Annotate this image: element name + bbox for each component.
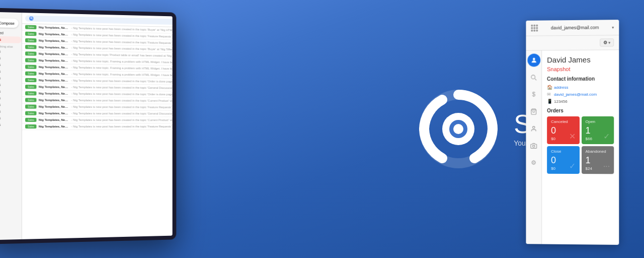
plugin-subheader: ⚙ ▾ — [526, 35, 619, 50]
email-preview: - Ntg Templates is new post has been cre… — [71, 86, 172, 90]
email-subject: Ntg Templates, New Trust Notification — [39, 72, 69, 76]
grid-dot — [531, 30, 533, 32]
email-tag: Sales — [25, 65, 36, 69]
sidebar-item-sales6[interactable]: Sales — [0, 75, 22, 82]
sidebar-item-sales12[interactable]: Sales — [0, 115, 22, 121]
snapshot-label: Snapshot — [547, 66, 614, 73]
grid-dot — [531, 27, 533, 29]
order-card-label: Close — [551, 149, 575, 154]
email-row[interactable]: Sales Ntg Templates, New Post Notificati… — [22, 117, 173, 123]
grid-dot — [533, 30, 535, 32]
order-card-canceled[interactable]: Canceled 0 $0 ✕ — [547, 116, 579, 144]
svg-point-3 — [531, 75, 535, 79]
email-tag: Sales — [25, 72, 36, 76]
email-row[interactable]: Sales Ntg Templates, New Post Notificati… — [22, 110, 173, 117]
email-preview: - Ntg Templates is new post has been cre… — [71, 105, 172, 109]
sidebar-item-sales10[interactable]: Sales — [0, 101, 22, 108]
email-preview: - Ntg Templates is new topic 'Product ta… — [71, 53, 172, 58]
email-preview: - Ntg Templates is new post has been cre… — [71, 92, 172, 96]
svg-point-6 — [533, 126, 535, 128]
settings-button[interactable]: ⚙ ▾ — [600, 38, 614, 46]
sidebar-item-sales2[interactable]: Sales — [0, 48, 22, 55]
email-tag: Sales — [25, 111, 36, 115]
email-tag: Sales — [25, 51, 36, 55]
email-tag: Sales — [25, 85, 36, 89]
storakle-logo — [418, 89, 499, 169]
email-subject: Ntg Templates, New Post Notification — [39, 79, 69, 82]
email-subject: Ntg Templates, New Post Notification — [39, 46, 69, 49]
email-subject: Ntg Templates, New Post Notification — [39, 105, 69, 108]
nav-icon-dollar[interactable]: $ — [527, 88, 540, 101]
email-subject: Ntg Templates, New Post Notification — [39, 112, 69, 115]
sidebar-item-sales5[interactable]: Sales — [0, 68, 22, 75]
email-tag: Sales — [25, 25, 36, 30]
header-email: david_james@mail.com — [551, 25, 599, 31]
logo-container — [418, 89, 499, 169]
email-subject: Ntg Templates, New Post Notification — [39, 125, 69, 128]
contact-address-item: 🏠 address — [547, 85, 614, 90]
sidebar-item-sales[interactable]: Sales — [0, 36, 22, 43]
svg-point-0 — [30, 17, 32, 19]
sidebar-item-sales13[interactable]: Sales — [0, 121, 22, 128]
email-subject: Ntg Templates, New Post Notification — [39, 39, 69, 42]
nav-icon-cart[interactable] — [527, 105, 540, 118]
grid-dot — [536, 25, 538, 27]
nav-icon-gear[interactable]: ⚙ — [527, 156, 540, 169]
sidebar-item-sales3[interactable]: Sales — [0, 54, 22, 61]
nav-icon-person[interactable] — [527, 53, 540, 67]
email-preview: - Ntg Templates is new post has been cre… — [71, 112, 172, 115]
email-subject: Ntg Templates, New Post Notification — [39, 92, 69, 95]
email-subject: Ntg Templates, New Trust Notification — [39, 66, 69, 69]
laptop-screen: + Compose Starred Sales Everything else … — [0, 8, 176, 244]
laptop-wrapper: + Compose Starred Sales Everything else … — [0, 10, 196, 257]
svg-line-4 — [535, 79, 536, 80]
order-card-icon: ··· — [603, 162, 610, 171]
address-link[interactable]: address — [554, 85, 568, 90]
email-subject: Ntg Templates, New Post Notification — [39, 32, 69, 36]
contact-phone-item: 📱 123456 — [547, 99, 614, 104]
nav-icon-camera[interactable] — [527, 139, 540, 152]
email-preview: - Ntg Templates is new topic. Framing a … — [71, 59, 172, 64]
email-tag: Sales — [25, 78, 36, 82]
search-icon — [29, 16, 33, 20]
order-card-open[interactable]: Open 1 $66 ✓ — [582, 116, 614, 144]
email-subject: Ntg Templates, New Post Notification — [39, 118, 69, 121]
email-preview: - Ntg Templates is new post has been cre… — [71, 118, 172, 121]
email-subject: Ntg Templates, New Trust Notification — [39, 52, 69, 56]
sidebar-item-sales4[interactable]: Sales — [0, 61, 22, 68]
order-card-icon: ✓ — [569, 161, 576, 171]
chevron-down-icon[interactable]: ▾ — [612, 25, 614, 30]
email-tag: Sales — [25, 104, 36, 108]
email-list: Sales Ntg Templates, New Post Notificati… — [22, 24, 173, 239]
email-preview: - Ntg Templates is new post has been cre… — [71, 79, 172, 84]
email-link[interactable]: david_james@mail.com — [554, 92, 597, 96]
gmail-sidebar: + Compose Starred Sales Everything else … — [0, 12, 22, 240]
compose-button[interactable]: + Compose — [0, 18, 19, 28]
email-tag: Sales — [25, 32, 36, 36]
grid-dot — [533, 27, 535, 29]
email-preview: - Ntg Templates is new topic. Framing a … — [71, 66, 172, 71]
plugin-header: david_james@mail.com ▾ — [526, 20, 619, 36]
nav-icon-user[interactable] — [527, 122, 540, 135]
orders-title: Orders — [547, 108, 614, 113]
plugin-content: David James Snapshot Contact information… — [542, 50, 619, 245]
order-card-icon: ✓ — [603, 132, 610, 141]
plugin-nav: $ ⚙ — [526, 50, 542, 244]
sidebar-item-sales8[interactable]: Sales — [0, 88, 22, 95]
contact-email-item: ✉ david_james@mail.com — [547, 92, 614, 97]
sidebar-item-sales11[interactable]: Sales — [0, 108, 22, 114]
svg-point-2 — [532, 58, 535, 60]
order-card-close[interactable]: Close 0 $0 ✓ — [547, 146, 579, 174]
svg-line-1 — [32, 19, 33, 20]
email-tag: Sales — [25, 58, 36, 62]
sidebar-item-sales9[interactable]: Sales — [0, 95, 22, 102]
order-card-abandoned[interactable]: Abandoned 1 $24 ··· — [582, 146, 614, 174]
grid-icon — [531, 25, 538, 32]
email-row[interactable]: Sales Ntg Templates, New Post Notificati… — [22, 123, 173, 130]
home-icon: 🏠 — [547, 85, 552, 90]
email-icon: ✉ — [547, 92, 552, 97]
nav-icon-search[interactable] — [527, 71, 540, 84]
sidebar-item-sales7[interactable]: Sales — [0, 81, 22, 88]
sidebar-item-starred[interactable]: Starred — [0, 29, 22, 37]
contact-name: David James — [547, 55, 614, 64]
